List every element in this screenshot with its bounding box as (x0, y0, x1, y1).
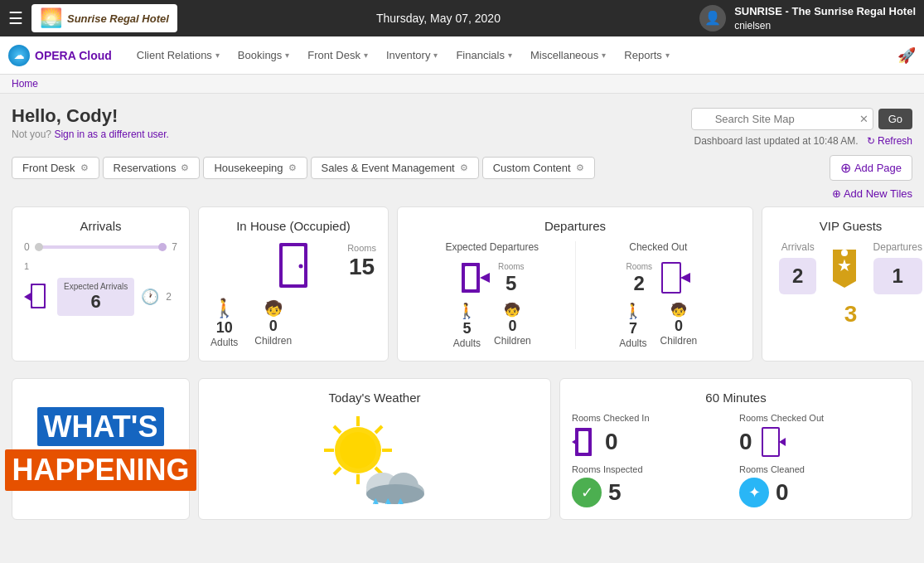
breadcrumb: Home (0, 75, 924, 94)
exp-adults: 🚶 5 Adults (453, 302, 481, 349)
sixty-minutes-tile: 60 Minutes Rooms Checked In 0 (559, 378, 912, 520)
tab-housekeeping[interactable]: Housekeeping ⚙ (203, 157, 307, 179)
nav-items: Client Relations ▾ Bookings ▾ Front Desk… (128, 39, 897, 71)
rocket-icon[interactable]: 🚀 (897, 46, 916, 65)
rooms-checked-out-cell: Rooms Checked Out 0 (739, 413, 900, 458)
children-stat: 🧒 0 Children (254, 299, 292, 347)
username: cnielsen (734, 19, 916, 33)
tab-front-desk[interactable]: Front Desk ⚙ (12, 157, 99, 179)
rooms-checked-in-cell: Rooms Checked In 0 (572, 413, 733, 458)
user-avatar[interactable]: 👤 (699, 5, 726, 32)
plus-icon: ⊕ (840, 160, 851, 176)
arrivals-slider: 0 7 (24, 241, 177, 253)
checkout-small-icon (759, 426, 786, 458)
tab-sales-event[interactable]: Sales & Event Management ⚙ (311, 157, 479, 179)
top-bar: ☰ 🌅 Sunrise Regal Hotel Thursday, May 07… (0, 0, 924, 36)
slider-dot-left (35, 243, 43, 251)
adult-icon: 🚶 (624, 303, 642, 319)
refresh-icon: ↻ (867, 135, 875, 147)
gear-icon: ⚙ (460, 163, 468, 173)
arrivals-tile: Arrivals 0 7 1 (12, 206, 190, 362)
nav-financials-label: Financials (456, 49, 505, 61)
weather-icon-group: 💧 💧 💧 (321, 413, 428, 504)
not-you-text: Not you? Sign in as a different user. (12, 129, 169, 140)
expected-rooms: Rooms 5 (498, 260, 525, 295)
gear-icon: ⚙ (181, 163, 189, 173)
opera-icon: ☁ (8, 45, 30, 66)
hotel-logo[interactable]: 🌅 Sunrise Regal Hotel (31, 4, 177, 32)
wh-box-blue: WHAT'S (37, 407, 165, 447)
nav-front-desk-label: Front Desk (307, 49, 360, 61)
inspect-icon: ✓ (572, 478, 602, 507)
dashboard-updated: Dashboard last updated at 10:48 AM. (694, 135, 858, 147)
add-new-tiles[interactable]: ⊕ Add New Tiles (12, 187, 912, 200)
add-page-button[interactable]: ⊕ Add Page (830, 155, 912, 181)
opera-cloud-nav[interactable]: ☁ OPERA Cloud (8, 45, 112, 66)
expected-adults-children: 🚶 5 Adults 🧒 0 Children (418, 302, 567, 349)
checkedout-adults-children: 🚶 7 Adults 🧒 0 Children (584, 302, 733, 349)
child-icon: 🧒 (504, 303, 520, 317)
menu-icon[interactable]: ☰ (8, 8, 23, 28)
vip-title: VIP Guests (774, 219, 924, 233)
vip-departures-col: Departures 1 (873, 241, 922, 294)
inhouse-title: In House (Occupied) (210, 219, 376, 233)
expected-arrivals-box[interactable]: Expected Arrivals 6 (57, 278, 134, 316)
wh-inner: WHAT'S HAPPENING (5, 407, 196, 492)
vip-badge-icon: ★ (826, 246, 863, 288)
hotel-name: Sunrise Regal Hotel (67, 12, 169, 25)
vip-star-icon: ★ (826, 246, 863, 290)
nav-inventory[interactable]: Inventory ▾ (378, 39, 446, 71)
nav-bookings-label: Bookings (238, 49, 282, 61)
svg-rect-1 (32, 285, 44, 307)
tab-reservations[interactable]: Reservations ⚙ (103, 157, 201, 179)
go-button[interactable]: Go (878, 109, 912, 129)
nav-bar: ☁ OPERA Cloud Client Relations ▾ Booking… (0, 36, 924, 75)
opera-label: OPERA Cloud (35, 49, 112, 62)
header-left: Hello, Cody! Not you? Sign in as a diffe… (12, 105, 169, 148)
expected-dep-icon-row: Rooms 5 (418, 260, 567, 295)
departures-title: Departures (409, 219, 741, 233)
nav-client-relations[interactable]: Client Relations ▾ (128, 39, 228, 71)
nav-miscellaneous-label: Miscellaneous (530, 49, 598, 61)
search-input[interactable] (691, 108, 873, 130)
vip-row: Arrivals 2 ★ Departures 1 (774, 241, 924, 294)
checked-in-count: 0 (605, 429, 618, 455)
gear-icon: ⚙ (288, 163, 297, 173)
slider-left-num: 0 (24, 241, 30, 253)
top-bar-right: 👤 SUNRISE - The Sunrise Regal Hotel cnie… (699, 4, 916, 33)
search-wrapper: 🔍 ✕ (691, 108, 873, 130)
child-icon: 🧒 (670, 303, 687, 317)
inhouse-tile: In House (Occupied) Rooms 15 🚶 10 Adul (198, 206, 389, 362)
clear-search-icon[interactable]: ✕ (859, 113, 868, 125)
rooms-inspected-cell: Rooms Inspected ✓ 5 (572, 464, 733, 507)
chevron-down-icon: ▾ (364, 51, 368, 60)
tab-custom-content[interactable]: Custom Content ⚙ (482, 157, 595, 179)
checkin-small-icon (572, 426, 598, 458)
svg-marker-2 (24, 292, 32, 302)
nav-front-desk[interactable]: Front Desk ▾ (299, 39, 376, 71)
cloud-icon: 💧 💧 💧 (362, 463, 428, 504)
adults-children: 🚶 10 Adults 🧒 0 Children (210, 298, 376, 348)
arrivals-title: Arrivals (24, 219, 177, 233)
main-content: Hello, Cody! Not you? Sign in as a diffe… (0, 94, 924, 531)
inhouse-door-icon (273, 241, 314, 291)
header-row: Hello, Cody! Not you? Sign in as a diffe… (12, 105, 912, 148)
nav-bookings[interactable]: Bookings ▾ (230, 39, 298, 71)
gear-icon: ⚙ (576, 163, 584, 173)
nav-miscellaneous[interactable]: Miscellaneous ▾ (522, 39, 614, 71)
svg-text:💧 💧 💧: 💧 💧 💧 (370, 497, 406, 504)
svg-marker-32 (779, 438, 786, 446)
tabs: Front Desk ⚙ Reservations ⚙ Housekeeping… (12, 157, 595, 179)
breadcrumb-home[interactable]: Home (12, 78, 38, 90)
user-info: SUNRISE - The Sunrise Regal Hotel cniels… (734, 4, 916, 33)
svg-rect-31 (762, 428, 779, 456)
sign-in-link[interactable]: Sign in as a different user. (54, 129, 169, 140)
slider-dot-right (158, 243, 167, 251)
refresh-button[interactable]: ↻ Refresh (867, 135, 912, 147)
nav-reports[interactable]: Reports ▾ (616, 39, 678, 71)
sixty-title: 60 Minutes (572, 391, 900, 405)
nav-financials[interactable]: Financials ▾ (447, 39, 520, 71)
inhouse-body: Rooms 15 🚶 10 Adults 🧒 (210, 241, 376, 348)
slider-track[interactable] (35, 245, 167, 249)
slider-right-num: 7 (172, 241, 177, 253)
